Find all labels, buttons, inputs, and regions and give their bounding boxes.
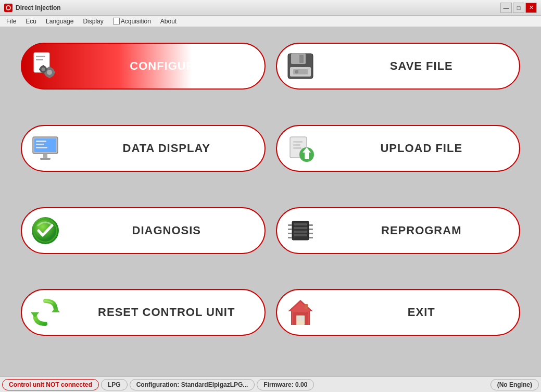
reset-icon [29,296,62,329]
upload-file-label: UPLOAD FILE [324,142,520,155]
svg-rect-28 [43,154,47,158]
configure-icon-wrap [22,43,69,90]
window-controls: — □ ✕ [500,3,537,13]
upload-file-button[interactable]: UPLOAD FILE [276,125,521,172]
menu-ecu[interactable]: Ecu [21,17,41,26]
exit-icon-wrap [277,289,324,336]
menu-file[interactable]: File [2,17,20,26]
svg-rect-10 [53,71,55,73]
svg-marker-51 [52,307,60,312]
menu-display[interactable]: Display [79,17,107,26]
svg-rect-41 [294,231,307,233]
diagnosis-button[interactable]: DIAGNOSIS [21,207,266,254]
svg-point-6 [47,70,52,75]
svg-rect-3 [36,56,45,57]
svg-rect-57 [301,317,304,321]
exit-label: EXIT [324,306,520,319]
svg-rect-45 [288,233,292,234]
save-file-icon [284,49,317,83]
svg-rect-33 [293,147,301,149]
svg-rect-14 [43,71,44,73]
status-bar: Control unit NOT connected LPG Configura… [0,376,541,392]
svg-rect-58 [305,304,308,309]
diagnosis-icon-wrap [22,207,69,254]
menu-acquisition[interactable]: Acquisition [109,17,155,26]
svg-rect-44 [288,229,292,230]
svg-rect-40 [294,227,307,229]
save-file-button[interactable]: SAVE FILE [276,43,521,90]
reset-control-unit-label: RESET CONTROL UNIT [69,306,265,319]
save-file-icon-wrap [277,43,324,90]
configure-button[interactable]: CONFIGURE [21,43,266,90]
svg-point-12 [42,68,45,71]
svg-rect-13 [43,65,44,67]
connection-status: Control unit NOT connected [2,379,99,390]
app-icon [4,4,12,12]
svg-rect-49 [309,233,313,234]
svg-marker-52 [31,312,39,318]
data-display-button[interactable]: DATA DISPLAY [21,125,266,172]
svg-rect-43 [288,224,292,226]
menu-about[interactable]: About [156,17,181,26]
configuration-status: Configuration: StandardElpigazLPG... [130,379,255,390]
configure-icon [29,49,62,83]
diagnosis-icon [29,214,62,247]
save-file-label: SAVE FILE [324,59,520,73]
svg-point-1 [7,6,10,9]
reset-icon-wrap [22,289,69,336]
minimize-button[interactable]: — [500,3,512,13]
reset-control-unit-button[interactable]: RESET CONTROL UNIT [21,289,266,336]
close-button[interactable]: ✕ [525,3,537,13]
svg-rect-26 [36,144,44,145]
svg-rect-39 [294,223,307,225]
svg-rect-22 [295,70,298,73]
reprogram-button[interactable]: REPROGRAM [276,207,521,254]
svg-rect-47 [309,224,313,226]
svg-rect-25 [36,141,46,142]
data-display-icon-wrap [22,125,69,172]
svg-rect-27 [36,147,47,148]
svg-rect-31 [293,141,303,143]
svg-rect-48 [309,229,313,230]
svg-rect-32 [293,144,300,146]
fuel-status: LPG [101,379,128,390]
svg-point-36 [32,217,59,244]
svg-rect-46 [288,237,292,238]
acquisition-checkbox[interactable] [113,18,120,24]
svg-rect-4 [36,59,43,60]
exit-button[interactable]: EXIT [276,289,521,336]
svg-rect-29 [40,158,51,160]
upload-file-icon-wrap [277,125,324,172]
data-display-icon [29,132,62,165]
reprogram-label: REPROGRAM [324,224,520,237]
main-content: CONFIGURE SAVE FILE [0,27,541,376]
configure-label: CONFIGURE [69,59,265,73]
reprogram-icon [284,214,317,247]
window-title: Direct Injection [16,4,500,11]
menu-language[interactable]: Language [42,17,78,26]
upload-file-icon [284,132,317,165]
svg-rect-7 [48,67,51,69]
maximize-button[interactable]: □ [513,3,524,13]
svg-rect-8 [48,75,51,78]
firmware-status: Firmware: 0.00 [257,379,314,390]
svg-rect-50 [309,237,313,238]
menu-bar: File Ecu Language Display Acquisition Ab… [0,16,541,27]
svg-rect-56 [297,317,300,321]
reprogram-icon-wrap [277,207,324,254]
diagnosis-label: DIAGNOSIS [69,224,265,237]
svg-rect-16 [45,69,47,70]
engine-status: (No Engine) [490,379,539,390]
data-display-label: DATA DISPLAY [69,142,265,155]
title-bar: Direct Injection — □ ✕ [0,0,541,16]
svg-rect-19 [299,55,304,63]
exit-icon [284,296,317,329]
svg-rect-15 [39,69,41,70]
svg-rect-42 [294,234,307,236]
